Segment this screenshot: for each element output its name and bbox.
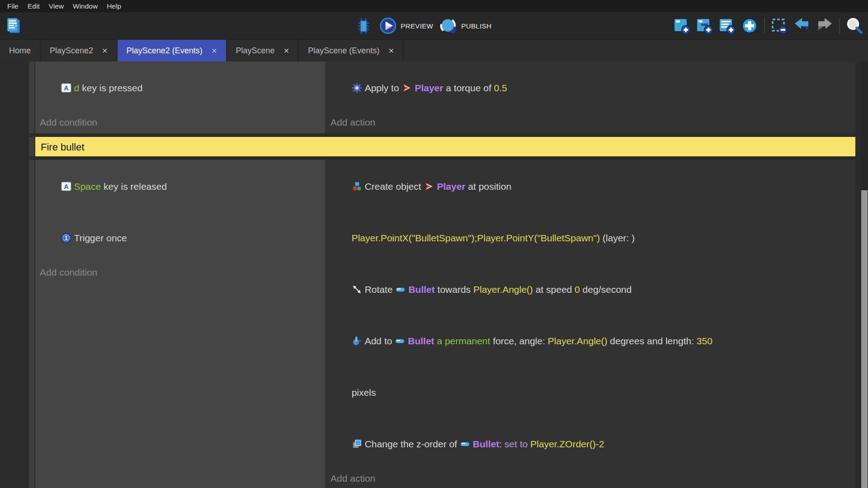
rotate-icon — [352, 284, 362, 295]
search-icon[interactable] — [845, 17, 863, 35]
choose-event-icon[interactable] — [741, 17, 759, 35]
menu-window[interactable]: Window — [68, 2, 102, 10]
conditions-cell: ASpace key is released 1Trigger once Add… — [35, 160, 325, 488]
tab-label: PlayScene2 (Events) — [127, 46, 203, 56]
condition-item[interactable]: Ad key is pressed — [40, 62, 321, 114]
publish-button[interactable]: PUBLISH — [439, 17, 491, 35]
add-condition-button[interactable]: Add condition — [40, 114, 321, 131]
toolbar-separator — [764, 18, 765, 34]
tab-home[interactable]: Home — [0, 40, 41, 61]
action-item[interactable]: Add to Bullet a permanent force, angle: … — [330, 315, 850, 367]
delete-selection-icon[interactable] — [770, 17, 788, 35]
condition-item[interactable]: ASpace key is released — [40, 161, 321, 212]
bullet-object-icon — [395, 336, 405, 346]
tab-label: PlayScene — [236, 46, 275, 56]
tab-label: Home — [9, 46, 31, 56]
close-icon[interactable]: × — [388, 46, 394, 55]
close-icon[interactable]: × — [212, 46, 217, 55]
action-item-continuation[interactable]: pixels — [330, 367, 850, 418]
preview-button[interactable]: PREVIEW — [379, 17, 433, 35]
tab-label: PlayScene2 — [50, 46, 93, 56]
menu-bar: File Edit View Window Help — [0, 0, 868, 12]
menu-file[interactable]: File — [3, 2, 23, 10]
player-object-icon — [424, 181, 434, 192]
tab-playscene2[interactable]: PlayScene2 × — [41, 40, 118, 61]
comment-row[interactable]: Fire bullet — [35, 137, 855, 156]
actions-cell: Create object Player at position Player.… — [325, 160, 855, 488]
svg-text:1: 1 — [65, 235, 68, 241]
publish-label: PUBLISH — [461, 22, 491, 30]
toolbar-separator — [839, 18, 840, 34]
debug-icon[interactable] — [354, 17, 373, 35]
action-item-continuation[interactable]: Player.PointX("BulletSpawn");Player.Poin… — [330, 212, 850, 264]
action-item[interactable]: Rotate Bullet towards Player.Angle() at … — [330, 264, 850, 315]
undo-icon[interactable] — [793, 17, 811, 35]
scrollbar-track[interactable] — [861, 61, 868, 488]
menu-edit[interactable]: Edit — [23, 2, 44, 10]
tab-label: PlayScene (Events) — [308, 46, 379, 56]
redo-icon[interactable] — [816, 17, 834, 35]
main-toolbar: PREVIEW PUBLISH — [0, 12, 868, 40]
add-condition-button[interactable]: Add condition — [40, 264, 321, 281]
events-sheet: Ad key is pressed Add condition Apply to… — [0, 61, 868, 488]
close-icon[interactable]: × — [284, 46, 289, 55]
tab-playscene-events[interactable]: PlayScene (Events) × — [299, 40, 404, 61]
close-icon[interactable]: × — [102, 46, 108, 55]
force-hand-icon — [352, 336, 362, 346]
event-row: ASpace key is released 1Trigger once Add… — [35, 160, 855, 488]
svg-text:A: A — [64, 183, 68, 190]
action-item[interactable]: Change the z-order of Bullet: set to Pla… — [330, 418, 850, 470]
create-object-icon — [352, 181, 362, 192]
add-subevent-icon[interactable] — [695, 17, 713, 35]
preview-label: PREVIEW — [401, 22, 433, 30]
action-item[interactable]: Apply to Player a torque of 0.5 — [330, 62, 850, 114]
preview-play-icon — [379, 17, 397, 35]
condition-item[interactable]: 1Trigger once — [40, 212, 321, 264]
conditions-cell: Ad key is pressed Add condition — [35, 61, 325, 133]
gdevelop-events-logo-icon[interactable] — [5, 16, 24, 35]
add-comment-icon[interactable] — [718, 17, 736, 35]
actions-cell: Apply to Player a torque of 0.5 Add acti… — [325, 61, 855, 133]
publish-globe-icon — [439, 17, 458, 35]
editor-tab-bar: Home PlayScene2 × PlayScene2 (Events) × … — [0, 40, 868, 61]
player-object-icon — [401, 83, 412, 93]
menu-view[interactable]: View — [44, 2, 68, 10]
tab-playscene2-events[interactable]: PlayScene2 (Events) × — [118, 40, 227, 61]
physics-icon — [352, 83, 362, 93]
z-order-icon — [352, 439, 362, 449]
action-item[interactable]: Create object Player at position — [330, 161, 850, 212]
menu-help[interactable]: Help — [102, 2, 126, 10]
scrollbar-thumb[interactable] — [861, 190, 868, 488]
add-action-button[interactable]: Add action — [330, 114, 850, 131]
tab-playscene[interactable]: PlayScene × — [227, 40, 299, 61]
add-event-icon[interactable] — [673, 17, 691, 35]
bullet-object-icon — [460, 439, 470, 449]
add-action-button[interactable]: Add action — [330, 470, 850, 487]
keyboard-key-icon: A — [61, 181, 71, 192]
keyboard-key-icon: A — [61, 83, 71, 93]
trigger-once-icon: 1 — [61, 233, 71, 243]
bullet-object-icon — [395, 284, 406, 295]
svg-text:A: A — [64, 84, 68, 92]
event-row: Ad key is pressed Add condition Apply to… — [35, 61, 855, 133]
